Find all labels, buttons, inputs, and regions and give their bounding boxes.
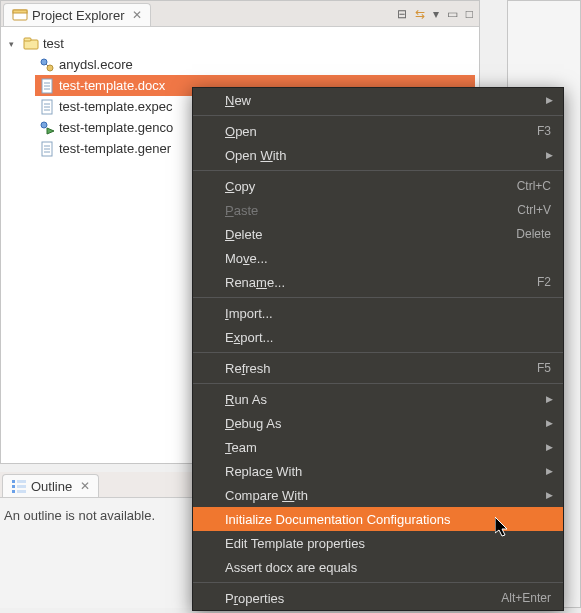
submenu-arrow-icon: ▶ [546,442,553,452]
context-menu-label: New [225,93,551,108]
context-menu-item[interactable]: New▶ [193,88,563,112]
context-menu-separator [193,115,563,116]
view-menu-icon[interactable]: ▾ [433,7,439,21]
tree-project-root[interactable]: ▾ test [5,33,475,54]
context-menu-item[interactable]: Replace With▶ [193,459,563,483]
context-menu-separator [193,352,563,353]
submenu-arrow-icon: ▶ [546,418,553,428]
tree-root-label: test [43,36,64,51]
context-menu-item[interactable]: PropertiesAlt+Enter [193,586,563,610]
project-explorer-tab[interactable]: Project Explorer ✕ [3,3,151,26]
svg-rect-22 [17,480,26,483]
context-menu-item[interactable]: Rename...F2 [193,270,563,294]
context-menu-label: Properties [225,591,501,606]
tree-item-label: test-template.docx [59,78,165,93]
project-explorer-toolbar: ⊟ ⇆ ▾ ▭ □ [397,7,479,21]
close-tab-icon[interactable]: ✕ [132,8,142,22]
outline-tab-label: Outline [31,479,72,494]
context-menu-item[interactable]: Initialize Documentation Configurations [193,507,563,531]
context-menu-item[interactable]: Debug As▶ [193,411,563,435]
submenu-arrow-icon: ▶ [546,490,553,500]
context-menu-accelerator: F2 [537,275,551,289]
svg-point-15 [41,122,47,128]
outline-tab[interactable]: Outline ✕ [2,474,99,497]
submenu-arrow-icon: ▶ [546,394,553,404]
tree-item-label: test-template.expec [59,99,172,114]
context-menu-label: Team [225,440,551,455]
svg-rect-3 [24,38,31,41]
submenu-arrow-icon: ▶ [546,150,553,160]
context-menu-label: Initialize Documentation Configurations [225,512,551,527]
context-menu-label: Open With [225,148,551,163]
ecore-file-icon [39,57,55,73]
context-menu-accelerator: Ctrl+V [517,203,551,217]
context-menu-label: Delete [225,227,516,242]
context-menu-label: Rename... [225,275,537,290]
context-menu-label: Paste [225,203,517,218]
context-menu-label: Debug As [225,416,551,431]
project-explorer-tabbar: Project Explorer ✕ ⊟ ⇆ ▾ ▭ □ [1,1,479,27]
svg-rect-23 [12,485,15,488]
doc-file-icon [39,78,55,94]
context-menu-item[interactable]: Edit Template properties [193,531,563,555]
context-menu-accelerator: F5 [537,361,551,375]
context-menu-item[interactable]: Export... [193,325,563,349]
context-menu-item[interactable]: RefreshF5 [193,356,563,380]
collapse-all-icon[interactable]: ⊟ [397,7,407,21]
context-menu: New▶OpenF3Open With▶CopyCtrl+CPasteCtrl+… [192,87,564,611]
context-menu-item[interactable]: OpenF3 [193,119,563,143]
svg-rect-21 [12,480,15,483]
context-menu-label: Replace With [225,464,551,479]
link-with-editor-icon[interactable]: ⇆ [415,7,425,21]
context-menu-label: Import... [225,306,551,321]
context-menu-item[interactable]: CopyCtrl+C [193,174,563,198]
project-folder-icon [23,36,39,52]
svg-line-6 [46,64,48,66]
project-explorer-tab-label: Project Explorer [32,8,124,23]
outline-icon [11,478,27,494]
context-menu-accelerator: F3 [537,124,551,138]
svg-rect-24 [17,485,26,488]
doc-file-icon [39,141,55,157]
tree-item-label: test-template.genco [59,120,173,135]
context-menu-label: Move... [225,251,551,266]
context-menu-accelerator: Ctrl+C [517,179,551,193]
doc-file-icon [39,99,55,115]
svg-rect-25 [12,490,15,493]
context-menu-item[interactable]: Move... [193,246,563,270]
context-menu-label: Copy [225,179,517,194]
svg-rect-1 [13,10,27,13]
context-menu-label: Compare With [225,488,551,503]
close-outline-icon[interactable]: ✕ [80,479,90,493]
context-menu-label: Run As [225,392,551,407]
context-menu-item[interactable]: Compare With▶ [193,483,563,507]
tree-item-label: anydsl.ecore [59,57,133,72]
context-menu-item: PasteCtrl+V [193,198,563,222]
context-menu-separator [193,297,563,298]
context-menu-label: Open [225,124,537,139]
context-menu-item[interactable]: Run As▶ [193,387,563,411]
context-menu-accelerator: Alt+Enter [501,591,551,605]
maximize-icon[interactable]: □ [466,7,473,21]
context-menu-item[interactable]: Team▶ [193,435,563,459]
svg-rect-26 [17,490,26,493]
context-menu-accelerator: Delete [516,227,551,241]
context-menu-label: Refresh [225,361,537,376]
context-menu-label: Edit Template properties [225,536,551,551]
navigator-icon [12,7,28,23]
submenu-arrow-icon: ▶ [546,466,553,476]
context-menu-item[interactable]: Open With▶ [193,143,563,167]
svg-marker-16 [47,128,54,134]
minimize-icon[interactable]: ▭ [447,7,458,21]
context-menu-item[interactable]: DeleteDelete [193,222,563,246]
context-menu-item[interactable]: Assert docx are equals [193,555,563,579]
gen-file-icon [39,120,55,136]
tree-item-label: test-template.gener [59,141,171,156]
submenu-arrow-icon: ▶ [546,95,553,105]
context-menu-item[interactable]: Import... [193,301,563,325]
expand-twisty-icon[interactable]: ▾ [9,39,19,49]
tree-item[interactable]: anydsl.ecore [35,54,475,75]
context-menu-separator [193,582,563,583]
context-menu-label: Assert docx are equals [225,560,551,575]
context-menu-label: Export... [225,330,551,345]
